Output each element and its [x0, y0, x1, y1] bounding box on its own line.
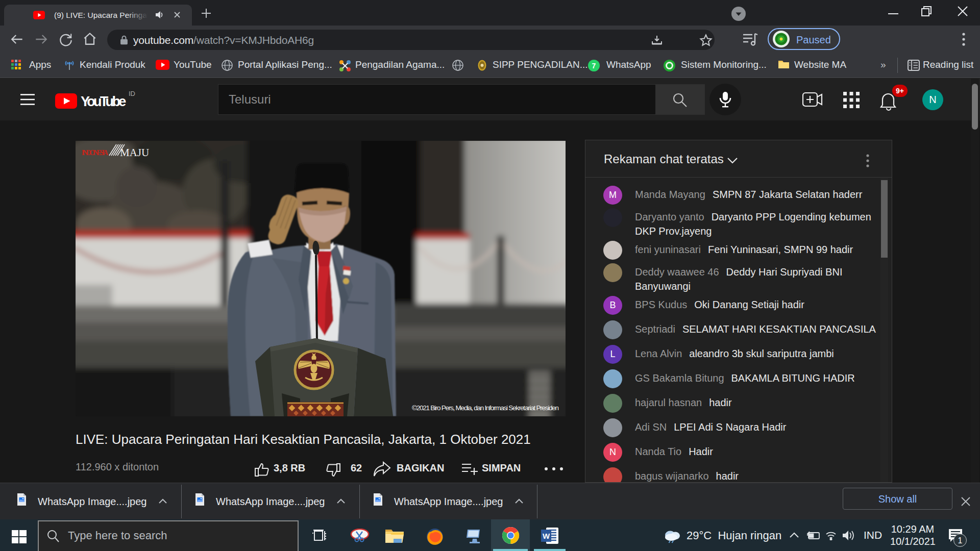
svg-text:YouTube: YouTube: [81, 94, 126, 109]
svg-text:©2021 Biro Pers, Media, dan In: ©2021 Biro Pers, Media, dan Informasi Se…: [412, 404, 559, 412]
svg-text:W: W: [543, 532, 550, 540]
svg-text:INDONESIA: INDONESIA: [82, 149, 109, 157]
svg-text:MAJU: MAJU: [120, 146, 149, 159]
svg-text:7: 7: [592, 62, 596, 70]
